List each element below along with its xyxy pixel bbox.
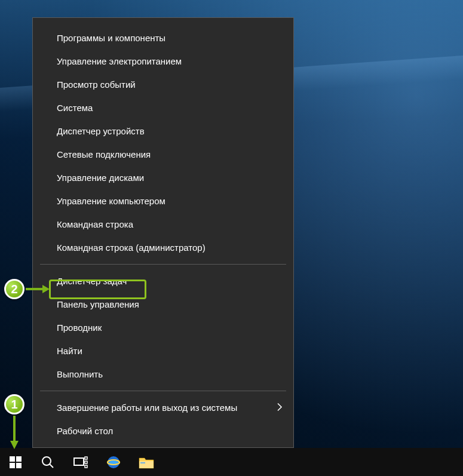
menu-item-task-manager[interactable]: Диспетчер задач [33,269,293,293]
search-icon [41,456,54,469]
menu-item-label: Управление электропитанием [57,56,182,66]
svg-rect-6 [10,463,15,468]
menu-item-system[interactable]: Система [33,96,293,119]
menu-item-label: Найти [57,346,82,356]
menu-item-device-manager[interactable]: Диспетчер устройств [33,119,293,143]
menu-item-label: Система [57,103,93,113]
menu-item-label: Диспетчер задач [57,276,127,286]
folder-icon [139,456,154,469]
file-explorer-button[interactable] [130,448,162,476]
internet-explorer-button[interactable] [97,448,130,476]
menu-item-label: Панель управления [57,299,139,309]
menu-item-power-options[interactable]: Управление электропитанием [33,50,293,73]
svg-rect-5 [16,456,22,462]
menu-item-label: Завершение работы или выход из системы [57,403,237,413]
menu-item-label: Диспетчер устройств [57,126,145,136]
menu-item-command-prompt-admin[interactable]: Командная строка (администратор) [33,236,293,259]
submenu-chevron-icon [277,396,283,419]
menu-item-control-panel[interactable]: Панель управления [33,293,293,316]
menu-item-label: Управление дисками [57,173,144,183]
menu-item-label: Командная строка [57,219,133,229]
menu-item-desktop[interactable]: Рабочий стол [33,419,293,443]
menu-item-label: Сетевые подключения [57,149,151,159]
menu-item-network-connections[interactable]: Сетевые подключения [33,143,293,166]
svg-rect-12 [85,461,87,463]
svg-rect-10 [74,458,84,465]
menu-item-label: Проводник [57,323,102,333]
svg-rect-17 [140,462,145,463]
menu-item-command-prompt[interactable]: Командная строка [33,213,293,236]
menu-item-disk-management[interactable]: Управление дисками [33,166,293,189]
menu-item-file-explorer[interactable]: Проводник [33,316,293,339]
svg-line-9 [50,464,53,468]
menu-item-programs-and-features[interactable]: Программы и компоненты [33,26,293,50]
menu-item-label: Выполнить [57,369,103,379]
svg-rect-4 [10,456,15,462]
svg-rect-11 [85,457,87,459]
menu-item-search[interactable]: Найти [33,339,293,363]
task-view-button[interactable] [64,448,97,476]
menu-item-label: Рабочий стол [57,426,113,436]
menu-item-run[interactable]: Выполнить [33,363,293,386]
menu-item-label: Командная строка (администратор) [57,242,206,253]
menu-item-shutdown-signout[interactable]: Завершение работы или выход из системы [33,396,293,419]
menu-item-event-viewer[interactable]: Просмотр событий [33,73,293,96]
windows-logo-icon [10,456,22,468]
task-view-icon [73,456,88,468]
winx-context-menu: Программы и компоненты Управление электр… [32,17,294,448]
menu-item-label: Просмотр событий [57,79,136,90]
search-button[interactable] [31,448,64,476]
svg-point-8 [42,457,51,465]
taskbar [0,448,463,476]
menu-separator [40,264,286,265]
internet-explorer-icon [106,454,121,470]
menu-item-computer-management[interactable]: Управление компьютером [33,189,293,213]
svg-rect-16 [139,461,154,468]
svg-rect-13 [85,465,87,468]
menu-item-label: Программы и компоненты [57,33,165,43]
svg-rect-7 [16,463,22,468]
start-button[interactable] [0,448,31,476]
menu-separator [40,391,286,391]
menu-item-label: Управление компьютером [57,196,165,206]
